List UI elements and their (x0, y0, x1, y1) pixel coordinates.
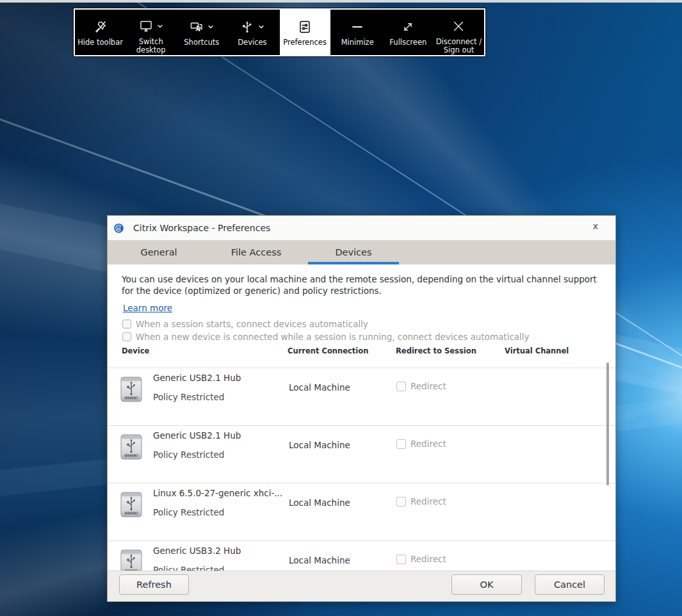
tab-devices[interactable]: Devices (305, 240, 402, 264)
toolbar-item-hide-toolbar[interactable]: Hide toolbar (75, 10, 126, 55)
screen: Hide toolbar Switch desktop S (0, 0, 682, 616)
usb-device-icon (120, 434, 142, 462)
redirect-checkbox[interactable] (396, 497, 406, 507)
tab-label: Devices (335, 247, 371, 257)
column-header-virtual-channel: Virtual Channel (505, 346, 569, 355)
option-connect-new-device: When a new device is connected while a s… (122, 331, 530, 343)
session-top-strip (0, 0, 682, 3)
usb-device-icon (120, 549, 142, 571)
toolbar-item-devices[interactable]: Devices (227, 10, 277, 55)
dialog-close-button[interactable]: x (590, 221, 601, 234)
refresh-button[interactable]: Refresh (119, 574, 189, 595)
toolbar-item-label: Shortcuts (184, 36, 219, 47)
citrix-logo-icon (113, 223, 124, 234)
redirect-label: Redirect (410, 554, 446, 564)
table-row: Linux 6.5.0-27-generic xhci-... Policy R… (108, 483, 615, 540)
checkbox-connect-on-start[interactable] (122, 320, 131, 328)
checkbox-label: When a new device is connected while a s… (136, 332, 530, 342)
toolbar-item-minimize[interactable]: Minimize (332, 10, 383, 55)
tab-general[interactable]: General (110, 240, 207, 264)
checkbox-label: When a session starts, connect devices a… (136, 319, 368, 329)
checkbox-connect-new-device[interactable] (122, 332, 131, 341)
table-row: Generic USB2.1 Hub Policy Restricted Loc… (108, 368, 615, 425)
redirect-checkbox[interactable] (396, 439, 406, 449)
table-row: Generic USB2.1 Hub Policy Restricted Loc… (108, 425, 615, 483)
fullscreen-icon (400, 17, 416, 36)
redirect-checkbox[interactable] (396, 382, 406, 391)
dialog-tabbar: General File Access Devices (108, 240, 615, 264)
column-header-device: Device (122, 346, 149, 355)
toolbar-item-disconnect[interactable]: Disconnect / Sign out (434, 10, 484, 55)
devices-tab-content: You can use devices on your local machin… (108, 264, 615, 571)
usb-device-icon (120, 377, 142, 405)
usb-icon (240, 17, 264, 36)
device-name: Generic USB3.2 Hub (153, 546, 241, 556)
redirect-option: Redirect (396, 554, 446, 564)
learn-more-link[interactable]: Learn more (123, 303, 172, 313)
close-icon (451, 17, 466, 36)
toolbar-item-fullscreen[interactable]: Fullscreen (383, 10, 434, 55)
redirect-option: Redirect (396, 496, 446, 507)
device-name: Linux 6.5.0-27-generic xhci-... (153, 488, 282, 498)
table-scrollbar[interactable] (606, 362, 609, 485)
option-connect-on-start: When a session starts, connect devices a… (122, 318, 368, 330)
device-connection: Local Machine (289, 382, 350, 393)
sliders-icon (297, 17, 313, 36)
ok-button[interactable]: OK (451, 574, 522, 595)
column-header-current-connection: Current Connection (288, 346, 368, 355)
device-name: Generic USB2.1 Hub (153, 430, 241, 441)
toolbar-item-shortcuts[interactable]: Shortcuts (176, 10, 227, 55)
tab-label: File Access (231, 247, 282, 257)
tab-file-access[interactable]: File Access (207, 240, 305, 264)
device-status: Policy Restricted (153, 450, 224, 460)
redirect-option: Redirect (396, 439, 446, 449)
cancel-button[interactable]: Cancel (535, 574, 605, 595)
toolbar-item-label: Disconnect / Sign out (434, 36, 484, 55)
device-table-header: Device Current Connection Redirect to Se… (108, 346, 615, 357)
redirect-checkbox[interactable] (396, 555, 406, 564)
device-status: Policy Restricted (153, 565, 224, 571)
toolbar-item-label: Minimize (341, 36, 374, 47)
device-connection: Local Machine (289, 440, 350, 450)
dialog-footer: Refresh OK Cancel (108, 571, 615, 601)
toolbar-item-label: Fullscreen (389, 36, 426, 47)
toolbar-item-label: Preferences (283, 36, 327, 47)
toolbar-item-label: Hide toolbar (77, 36, 123, 47)
redirect-label: Redirect (410, 439, 446, 449)
pin-slash-icon (93, 17, 108, 36)
device-name: Generic USB2.1 Hub (153, 373, 241, 383)
device-status: Policy Restricted (153, 392, 224, 402)
usb-device-icon (120, 492, 142, 520)
redirect-option: Redirect (396, 381, 446, 391)
app-windows-icon (189, 17, 214, 36)
device-status: Policy Restricted (153, 507, 224, 517)
tab-label: General (140, 247, 177, 257)
minimize-icon (350, 17, 365, 36)
device-connection: Local Machine (289, 555, 350, 565)
monitor-icon (138, 17, 163, 36)
toolbar-item-label: Switch desktop (126, 36, 176, 55)
redirect-label: Redirect (410, 496, 446, 507)
toolbar-item-preferences[interactable]: Preferences (280, 10, 330, 55)
toolbar-item-switch-desktop[interactable]: Switch desktop (126, 10, 176, 55)
devices-intro-text: You can use devices on your local machin… (122, 273, 605, 297)
citrix-toolbar: Hide toolbar Switch desktop S (74, 8, 485, 56)
dialog-title: Citrix Workspace - Preferences (133, 223, 270, 233)
dialog-titlebar: Citrix Workspace - Preferences x (108, 216, 615, 240)
table-row: Generic USB3.2 Hub Policy Restricted Loc… (108, 540, 615, 571)
column-header-redirect-to-session: Redirect to Session (396, 346, 476, 355)
preferences-dialog: Citrix Workspace - Preferences x General… (107, 215, 616, 602)
redirect-label: Redirect (410, 381, 446, 391)
device-connection: Local Machine (289, 498, 350, 508)
device-table-rows: Generic USB2.1 Hub Policy Restricted Loc… (108, 368, 615, 571)
toolbar-item-label: Devices (238, 36, 266, 47)
